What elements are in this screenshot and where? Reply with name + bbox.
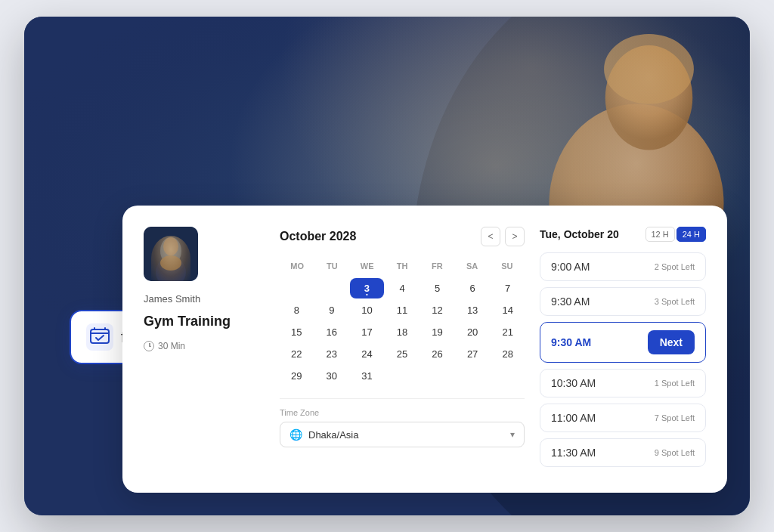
slot-time-active: 9:30 AM (551, 336, 591, 348)
slot-right: 2 Spot Left (655, 262, 695, 271)
day-cell[interactable]: 31 (350, 366, 384, 386)
timezone-row: Time Zone 🌐 Dhaka/Asia ▾ (280, 398, 525, 447)
day-cell (456, 366, 490, 386)
day-cell[interactable]: 14 (491, 300, 525, 320)
slot-spots: 7 Spot Left (655, 413, 695, 422)
svg-point-21 (156, 257, 186, 281)
12h-format-button[interactable]: 12 H (646, 227, 675, 242)
chevron-down-icon: ▾ (510, 429, 515, 440)
time-format-toggle: 12 H 24 H (646, 227, 707, 242)
svg-point-20 (163, 237, 178, 255)
day-cell[interactable]: 9 (315, 300, 349, 320)
day-header-th: TH (385, 258, 420, 274)
svg-point-4 (605, 45, 693, 150)
day-cell[interactable]: 13 (456, 300, 490, 320)
day-cell (491, 366, 525, 386)
day-cell[interactable]: 25 (385, 344, 420, 364)
days-grid: 3456789101112131415161718192021222324252… (280, 278, 525, 386)
slot-right-active: Next (648, 330, 695, 354)
trainer-info-panel: James Smith Gym Training 30 Min (144, 227, 265, 472)
day-cell[interactable]: 18 (385, 322, 420, 342)
time-slot[interactable]: 10:30 AM 1 Spot Left (540, 369, 706, 397)
day-cell[interactable]: 16 (315, 322, 349, 342)
globe-icon: 🌐 (289, 428, 302, 441)
time-slot-active[interactable]: 9:30 AM Next (540, 322, 706, 363)
day-cell[interactable]: 10 (350, 300, 384, 320)
day-cell[interactable]: 21 (491, 322, 525, 342)
24h-format-button[interactable]: 24 H (676, 227, 706, 242)
day-cell[interactable]: 11 (385, 300, 420, 320)
day-cell[interactable]: 6 (456, 278, 490, 298)
time-slot[interactable]: 11:00 AM 7 Spot Left (540, 404, 706, 432)
slot-right: 9 Spot Left (655, 448, 695, 457)
brand-icon (86, 323, 113, 351)
day-header-sa: SA (454, 258, 489, 274)
day-header-fr: FR (420, 258, 454, 274)
trainer-avatar (144, 227, 198, 281)
day-cell[interactable]: 23 (315, 344, 349, 364)
slot-time: 11:00 AM (551, 412, 596, 424)
slot-spots: 3 Spot Left (655, 297, 695, 306)
day-cell (315, 278, 349, 298)
day-cell[interactable]: 22 (280, 344, 314, 364)
calendar-grid: MO TU WE TH FR SA SU 3456789101112131415… (280, 258, 525, 386)
day-cell[interactable]: 12 (420, 300, 454, 320)
day-cell[interactable]: 3 (350, 278, 384, 298)
slot-right: 7 Spot Left (655, 413, 695, 422)
day-cell[interactable]: 26 (420, 344, 454, 364)
slot-spots: 1 Spot Left (655, 379, 695, 388)
day-cell[interactable]: 4 (385, 278, 420, 298)
svg-rect-18 (144, 227, 198, 281)
day-header-mo: MO (280, 258, 314, 274)
calendar-header: October 2028 < > (280, 227, 525, 246)
day-cell (280, 278, 314, 298)
day-cell[interactable]: 17 (350, 322, 384, 342)
svg-point-19 (160, 237, 181, 264)
day-headers: MO TU WE TH FR SA SU (280, 258, 525, 274)
time-slots-panel: Tue, October 20 12 H 24 H 9:00 AM 2 Spot… (540, 227, 706, 472)
slot-right: 1 Spot Left (655, 379, 695, 388)
svg-point-22 (160, 255, 181, 271)
slot-right: 3 Spot Left (655, 297, 695, 306)
day-cell[interactable]: 8 (280, 300, 314, 320)
service-name: Gym Training (144, 314, 265, 330)
timezone-select[interactable]: 🌐 Dhaka/Asia ▾ (280, 422, 525, 447)
time-slot[interactable]: 9:30 AM 3 Spot Left (540, 287, 706, 316)
nav-buttons: < > (481, 227, 525, 246)
time-panel-header: Tue, October 20 12 H 24 H (540, 227, 706, 242)
slot-spots: 2 Spot Left (655, 262, 695, 271)
timezone-label: Time Zone (280, 408, 525, 417)
day-cell[interactable]: 30 (315, 366, 349, 386)
calendar-title: October 2028 (280, 230, 356, 243)
slot-time: 11:30 AM (551, 447, 596, 459)
time-slot[interactable]: 9:00 AM 2 Spot Left (540, 252, 706, 281)
slot-time: 9:30 AM (551, 295, 590, 308)
trainer-name: James Smith (144, 293, 265, 305)
day-cell[interactable]: 19 (420, 322, 454, 342)
timezone-value: Dhaka/Asia (308, 429, 358, 441)
day-cell[interactable]: 5 (420, 278, 454, 298)
day-cell[interactable]: 15 (280, 322, 314, 342)
timezone-left: 🌐 Dhaka/Asia (289, 428, 358, 441)
day-cell (385, 366, 420, 386)
day-cell[interactable]: 29 (280, 366, 314, 386)
day-cell[interactable]: 20 (456, 322, 490, 342)
clock-icon (144, 341, 154, 351)
day-cell[interactable]: 24 (350, 344, 384, 364)
booking-card: James Smith Gym Training 30 Min October … (122, 206, 727, 493)
svg-point-5 (604, 34, 694, 104)
prev-month-button[interactable]: < (481, 227, 500, 246)
calendar-panel: October 2028 < > MO TU WE TH FR SA SU (280, 227, 525, 472)
slot-spots: 9 Spot Left (655, 448, 695, 457)
day-cell (420, 366, 454, 386)
next-button[interactable]: Next (648, 330, 695, 354)
next-month-button[interactable]: > (505, 227, 525, 246)
day-header-we: WE (350, 258, 385, 274)
day-cell[interactable]: 7 (491, 278, 525, 298)
day-cell[interactable]: 28 (491, 344, 525, 364)
time-slot[interactable]: 11:30 AM 9 Spot Left (540, 438, 706, 467)
service-duration: 30 Min (144, 341, 265, 351)
slot-time: 10:30 AM (551, 377, 596, 389)
day-cell[interactable]: 27 (456, 344, 490, 364)
slot-time: 9:00 AM (551, 261, 590, 273)
